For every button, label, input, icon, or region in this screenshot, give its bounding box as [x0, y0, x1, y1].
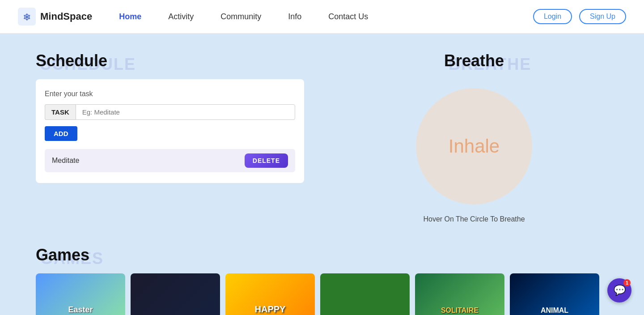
chat-icon: 💬: [614, 285, 626, 296]
game-thumb-animal[interactable]: ANIMAL: [510, 273, 599, 315]
games-thumbnails: Easter HAPPY SOLITAIRE ANIMAL: [36, 273, 608, 315]
chat-badge: 1: [623, 279, 631, 286]
delete-task-button[interactable]: DELETE: [245, 153, 288, 168]
breathe-circle-text: Inhale: [449, 136, 500, 157]
logo: ❄ MindSpace: [18, 8, 92, 26]
schedule-title: Schedule: [36, 51, 107, 70]
task-list: Meditate DELETE: [45, 149, 295, 172]
breathe-circle[interactable]: Inhale: [416, 88, 532, 204]
nav-links: Home Activity Community Info Contact Us: [119, 12, 533, 21]
schedule-box: Enter your task TASK ADD Meditate DELETE: [36, 79, 304, 183]
game-label-animal: ANIMAL: [541, 306, 568, 315]
nav-contact[interactable]: Contact Us: [328, 12, 368, 21]
nav-activity[interactable]: Activity: [168, 12, 194, 21]
breathe-hint: Hover On The Circle To Breathe: [423, 215, 525, 223]
game-thumb-easter[interactable]: Easter: [36, 273, 125, 315]
game-label-solitaire: SOLITAIRE: [441, 306, 479, 315]
nav-home[interactable]: Home: [119, 12, 141, 21]
logo-text: MindSpace: [40, 11, 92, 22]
svg-text:❄: ❄: [23, 12, 31, 23]
task-label: TASK: [45, 104, 76, 120]
game-label-happy: HAPPY: [255, 304, 286, 315]
task-item: Meditate DELETE: [45, 149, 295, 172]
game-label-easter: Easter: [68, 305, 93, 315]
game-thumb-solitaire[interactable]: SOLITAIRE: [415, 273, 504, 315]
login-button[interactable]: Login: [533, 9, 572, 24]
main-content: Schedule SCHEDULE Enter your task TASK A…: [0, 34, 644, 315]
breathe-title: Breathe: [444, 51, 504, 70]
nav-info[interactable]: Info: [288, 12, 301, 21]
schedule-title-block: Schedule SCHEDULE: [36, 51, 304, 70]
navbar-actions: Login Sign Up: [533, 9, 626, 24]
games-title: Games: [36, 246, 89, 264]
task-name: Meditate: [52, 157, 79, 165]
navbar: ❄ MindSpace Home Activity Community Info…: [0, 0, 644, 34]
games-section: Games GAMES Easter HAPPY SOLITAIRE ANIMA…: [36, 246, 608, 315]
task-input-row: TASK: [45, 104, 295, 120]
breathe-section: Breathe BREATHE Inhale Hover On The Circ…: [340, 51, 608, 223]
signup-button[interactable]: Sign Up: [579, 9, 626, 24]
top-section: Schedule SCHEDULE Enter your task TASK A…: [36, 51, 608, 223]
schedule-section: Schedule SCHEDULE Enter your task TASK A…: [36, 51, 304, 223]
chat-bubble[interactable]: 💬 1: [607, 278, 631, 302]
nav-community[interactable]: Community: [220, 12, 261, 21]
game-thumb-green[interactable]: [320, 273, 410, 315]
breathe-title-block: Breathe BREATHE: [444, 51, 504, 70]
logo-icon: ❄: [18, 8, 36, 26]
games-title-block: Games GAMES: [36, 246, 608, 264]
task-input[interactable]: [76, 104, 295, 120]
game-thumb-happy[interactable]: HAPPY: [225, 273, 315, 315]
schedule-form-label: Enter your task: [45, 90, 295, 98]
add-task-button[interactable]: ADD: [45, 126, 77, 141]
game-thumb-bubbles[interactable]: [131, 273, 220, 315]
